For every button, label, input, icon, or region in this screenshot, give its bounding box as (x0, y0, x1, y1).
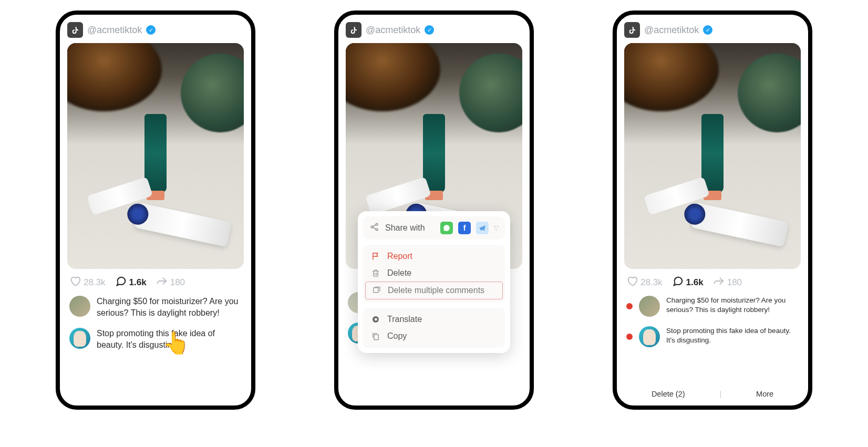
copy-button[interactable]: Copy (365, 328, 503, 345)
trash-icon (370, 268, 381, 278)
comments-stat[interactable]: 1.6k (115, 275, 147, 289)
comment-text: Stop promoting this fake idea of beauty.… (97, 328, 242, 350)
shares-count: 180 (727, 277, 742, 288)
delete-label: Delete (387, 268, 411, 278)
verified-badge-icon: ✓ (703, 25, 712, 35)
share-icon (713, 275, 725, 289)
tiktok-app-icon (346, 22, 361, 38)
comment-item[interactable]: Charging $50 for moisturizer? Are you se… (69, 296, 242, 318)
post-header: @acmetiktok ✓ (67, 22, 244, 38)
translate-icon: ✱ (370, 315, 381, 324)
telegram-icon[interactable] (476, 222, 489, 234)
post-header: @acmetiktok ✓ (624, 22, 801, 38)
post-header: @acmetiktok ✓ (346, 22, 522, 38)
likes-stat[interactable]: 28.3k (69, 275, 106, 289)
avatar[interactable] (69, 328, 90, 349)
tiktok-app-icon (67, 22, 83, 38)
comment-item[interactable]: Stop promoting this fake idea of beauty.… (69, 328, 242, 350)
more-button[interactable]: More (756, 390, 773, 398)
share-icon (156, 275, 168, 289)
verified-badge-icon: ✓ (425, 25, 434, 35)
avatar[interactable] (639, 296, 660, 317)
translate-label: Translate (387, 315, 422, 324)
svg-point-0 (371, 226, 373, 228)
delete-multiple-button[interactable]: Delete multiple comments (365, 282, 503, 299)
stats-row: 28.3k 1.6k 180 (67, 269, 244, 296)
divider: | (719, 390, 721, 398)
share-nodes-icon (369, 222, 380, 234)
verified-badge-icon: ✓ (146, 25, 156, 35)
delete-button[interactable]: Delete (365, 265, 503, 282)
comment-actions-popup: Share with f ▽ Report Delete Delete (358, 211, 510, 353)
share-with-label: Share with (385, 223, 425, 233)
shares-count: 180 (170, 277, 185, 288)
selection-dot-icon[interactable] (626, 334, 633, 340)
svg-point-2 (376, 228, 378, 231)
copy-icon (370, 331, 381, 341)
heart-icon (69, 275, 81, 289)
facebook-icon[interactable]: f (458, 222, 471, 234)
delete-multiple-label: Delete multiple comments (388, 286, 484, 295)
comments-list-select-mode: Charging $50 for moisturizer? Are you se… (624, 296, 801, 347)
shares-stat[interactable]: 180 (156, 275, 185, 289)
likes-stat[interactable]: 28.3k (626, 275, 663, 289)
select-multiple-icon (371, 286, 381, 295)
share-row: Share with f ▽ (363, 216, 505, 240)
selection-bottom-bar: Delete (2) | More (617, 382, 808, 406)
likes-count: 28.3k (640, 277, 663, 288)
report-button[interactable]: Report (365, 248, 503, 265)
more-share-icon[interactable]: ▽ (494, 224, 499, 232)
report-label: Report (387, 252, 412, 261)
copy-label: Copy (387, 331, 407, 341)
shares-stat[interactable]: 180 (713, 275, 742, 289)
svg-point-1 (376, 223, 378, 225)
phone-screen-3: @acmetiktok ✓ 28.3k 1.6k 180 Ch (613, 11, 812, 410)
post-image[interactable] (624, 43, 801, 269)
svg-text:✱: ✱ (374, 317, 378, 322)
comment-text: Charging $50 for moisturizer? Are you se… (666, 296, 799, 315)
post-image[interactable] (67, 43, 244, 269)
delete-selected-button[interactable]: Delete (2) (652, 390, 685, 398)
comments-count: 1.6k (129, 277, 147, 288)
svg-rect-3 (374, 288, 378, 293)
comment-text: Charging $50 for moisturizer? Are you se… (97, 296, 242, 318)
translate-button[interactable]: ✱ Translate (365, 311, 503, 328)
comment-item-selectable[interactable]: Stop promoting this fake idea of beauty.… (626, 326, 799, 347)
comment-icon (672, 275, 684, 289)
comment-text: Stop promoting this fake idea of beauty.… (666, 326, 799, 345)
comments-stat[interactable]: 1.6k (672, 275, 704, 289)
avatar[interactable] (639, 326, 660, 347)
username[interactable]: @acmetiktok (644, 25, 699, 36)
comments-list: Charging $50 for moisturizer? Are you se… (67, 296, 244, 350)
selection-dot-icon[interactable] (626, 303, 633, 309)
phone-screen-2: @acmetiktok ✓ x x Stop promoting this fa… (334, 11, 534, 410)
heart-icon (626, 275, 638, 289)
tiktok-app-icon (624, 22, 640, 38)
avatar[interactable] (69, 296, 90, 317)
flag-icon (370, 252, 381, 261)
likes-count: 28.3k (84, 277, 106, 288)
comment-icon (115, 275, 127, 289)
username[interactable]: @acmetiktok (87, 25, 142, 36)
comment-item-selectable[interactable]: Charging $50 for moisturizer? Are you se… (626, 296, 799, 317)
username[interactable]: @acmetiktok (366, 25, 420, 36)
comments-count: 1.6k (686, 277, 704, 288)
stats-row: 28.3k 1.6k 180 (624, 269, 801, 296)
phone-screen-1: @acmetiktok ✓ 28.3k 1.6k 180 Charging $5 (56, 11, 255, 410)
whatsapp-icon[interactable] (440, 222, 453, 234)
svg-rect-6 (374, 335, 378, 340)
